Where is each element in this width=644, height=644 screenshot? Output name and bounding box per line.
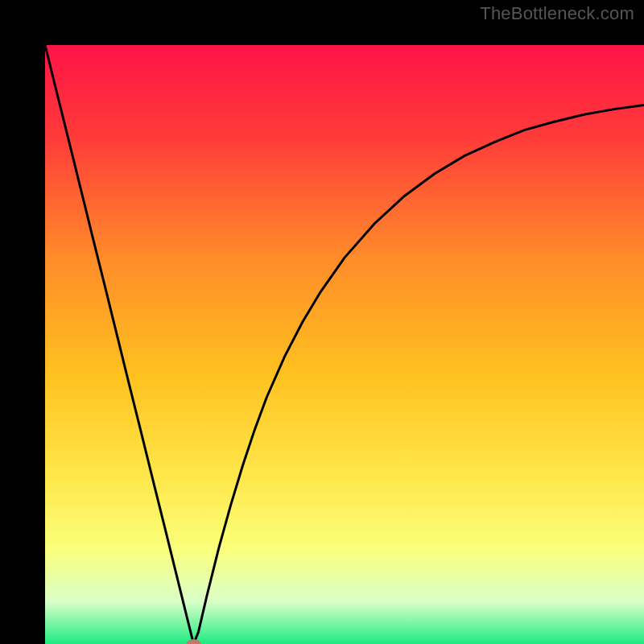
- bottleneck-chart: [45, 45, 644, 644]
- watermark-text: TheBottleneck.com: [480, 3, 634, 24]
- plot-area: [45, 45, 644, 644]
- chart-frame: [0, 0, 644, 644]
- gradient-background: [45, 45, 644, 644]
